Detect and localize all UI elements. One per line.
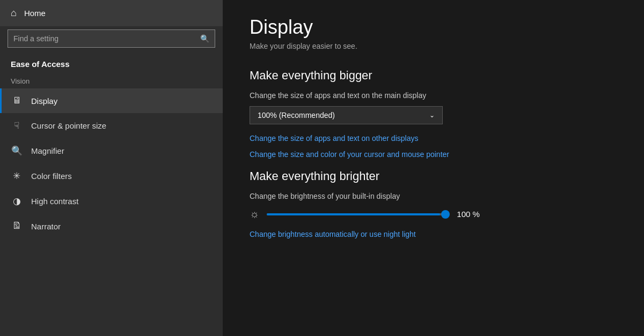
section2-title: Make everything brighter [250,169,617,183]
brightness-sun-icon: ☼ [250,208,259,220]
home-icon: ⌂ [11,8,17,19]
color-filters-label: Color filters [31,171,72,181]
display-icon: 🖥 [11,95,23,106]
sidebar: ⌂ Home 🔍 Ease of Access Vision 🖥 Display… [0,0,223,336]
main-content: Display Make your display easier to see.… [223,0,644,336]
brightness-slider-fill [267,213,440,215]
night-light-link[interactable]: Change brightness automatically or use n… [250,230,617,238]
sidebar-item-color-filters[interactable]: ✳ Color filters [0,163,223,189]
narrator-icon: 🖻 [11,221,23,232]
cursor-color-link[interactable]: Change the size and color of your cursor… [250,150,617,159]
section1-title: Make everything bigger [250,69,617,83]
sidebar-item-cursor[interactable]: ☟ Cursor & pointer size [0,113,223,138]
brightness-value: 100 % [457,210,480,219]
search-box: 🔍 [8,29,215,48]
sidebar-item-display[interactable]: 🖥 Display [0,88,223,113]
search-button[interactable]: 🔍 [195,30,215,47]
page-subtitle: Make your display easier to see. [250,42,617,50]
magnifier-label: Magnifier [31,146,64,155]
brightness-slider-track[interactable] [267,213,449,215]
sidebar-item-narrator[interactable]: 🖻 Narrator [0,214,223,238]
high-contrast-label: High contrast [31,197,78,206]
vision-section-label: Vision [0,73,223,88]
display-label: Display [31,96,57,106]
ease-of-access-label: Ease of Access [0,54,223,73]
display-size-dropdown-wrapper: 100% (Recommended) ⌄ [250,106,617,124]
chevron-down-icon: ⌄ [429,111,435,119]
other-displays-link[interactable]: Change the size of apps and text on othe… [250,134,617,143]
brightness-slider-thumb[interactable] [441,210,450,219]
search-input[interactable] [8,30,195,47]
dropdown-value: 100% (Recommended) [258,111,335,120]
cursor-label: Cursor & pointer size [31,121,106,130]
page-title: Display [250,16,617,39]
high-contrast-icon: ◑ [11,196,23,207]
sidebar-item-magnifier[interactable]: 🔍 Magnifier [0,138,223,163]
magnifier-icon: 🔍 [11,145,23,156]
brightness-row: ☼ 100 % [250,208,617,220]
home-nav-item[interactable]: ⌂ Home [0,0,223,26]
home-label: Home [24,9,46,18]
display-size-dropdown[interactable]: 100% (Recommended) ⌄ [250,106,443,124]
color-filters-icon: ✳ [11,170,23,182]
sidebar-item-high-contrast[interactable]: ◑ High contrast [0,189,223,214]
narrator-label: Narrator [31,222,61,231]
brighter-section: Make everything brighter Change the brig… [250,169,617,238]
cursor-icon: ☟ [11,120,23,131]
section2-desc: Change the brightness of your built-in d… [250,192,617,200]
section1-desc: Change the size of apps and text on the … [250,91,617,100]
